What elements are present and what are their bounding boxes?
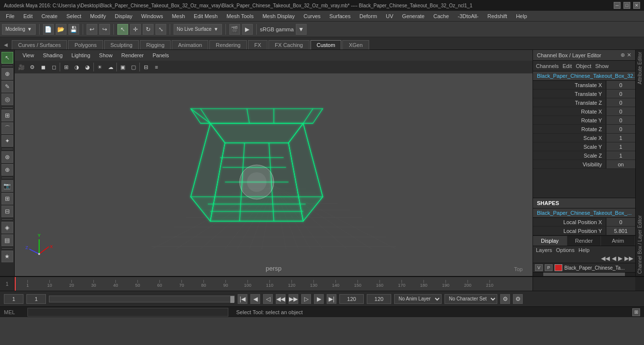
display-layer-btn[interactable]: ▤ [1,234,13,246]
channel-value[interactable]: on [606,160,635,168]
anim-layer-select[interactable]: No Anim Layer [394,294,442,304]
menu-item-generate[interactable]: Generate [398,12,428,20]
timeline-tick[interactable]: 90 [215,280,237,288]
timeline-tick[interactable]: 150 [347,280,369,288]
next-key-btn[interactable]: ▷ [301,294,311,304]
default-manipulator-btn[interactable]: ⊕ [1,164,13,176]
range-start-input[interactable] [339,294,364,304]
vp-menu-view[interactable]: View [19,51,38,59]
snap-to-point-btn[interactable]: ✦ [1,135,13,147]
range-handle[interactable] [230,296,234,303]
menu-item-curves[interactable]: Curves [300,12,325,20]
vp-btn1[interactable]: ◼ [38,62,48,72]
close-button[interactable]: ✕ [633,2,640,9]
wireframe-btn[interactable]: ⊞ [61,62,71,72]
channel-box-label[interactable]: Channel Box / Layer Editor [637,215,643,274]
vp-menu-lighting[interactable]: Lighting [67,51,94,59]
channel-value[interactable]: 0 [606,98,635,107]
timeline-tick[interactable]: 170 [391,280,413,288]
play-backward-btn[interactable]: ◀◀ [276,294,286,304]
menu-item-help[interactable]: Help [512,12,531,20]
zoom-in-btn[interactable]: ⊞ [1,193,13,205]
current-frame-input[interactable] [4,294,23,304]
timeline-tick[interactable]: 70 [171,280,193,288]
new-scene-btn[interactable]: 📄 [43,24,54,35]
range-bar[interactable] [49,296,235,302]
timeline-tick[interactable]: 160 [369,280,391,288]
vp-menu-shading[interactable]: Shading [39,51,67,59]
close-icon[interactable]: ✕ [627,52,631,58]
save-scene-btn[interactable]: 💾 [68,24,79,35]
timeline-tick[interactable]: 50 [127,280,149,288]
anim-prefs-btn[interactable]: ⚙ [513,294,523,304]
minimize-button[interactable]: ─ [614,2,621,9]
ch-menu-show[interactable]: Show [595,63,609,69]
timeline-track[interactable]: 1102030405060708090100110120130140150160… [15,277,533,291]
snap-to-grid-btn[interactable]: ⊞ [1,110,13,121]
menu-item-cache[interactable]: Cache [429,12,453,20]
resolution-gate-btn[interactable]: ▣ [118,62,128,72]
vp-menu-renderer[interactable]: Renderer [117,51,148,59]
menu-item-surfaces[interactable]: Surfaces [326,12,355,20]
shelf-tab-rigging[interactable]: Rigging [140,40,171,49]
isolate-select-btn[interactable]: ◈ [1,222,13,233]
channel-value[interactable]: 1 [606,142,635,151]
timeline-playhead[interactable] [15,277,16,291]
timeline-tick[interactable]: 180 [413,280,435,288]
layer-playback-btn[interactable]: P [545,264,553,271]
rotate-tool-btn[interactable]: ↻ [143,24,154,35]
char-set-select[interactable]: No Character Set [444,294,497,304]
layers-menu-layers[interactable]: Layers [536,247,552,253]
menu-item-uv[interactable]: UV [382,12,397,20]
prev-frame-btn[interactable]: ◀ [250,294,260,304]
layers-scrollbar[interactable] [533,272,635,276]
shelf-tab-custom[interactable]: Custom [311,40,342,49]
gamma-dropdown[interactable]: ▼ [296,24,307,35]
command-input[interactable] [27,308,228,317]
vp-menu-show[interactable]: Show [95,51,117,59]
timeline-tick[interactable]: 140 [325,280,347,288]
timeline-tick[interactable]: 20 [61,280,83,288]
timeline-tick[interactable]: 30 [83,280,105,288]
vp-btn2[interactable]: ◻ [49,62,59,72]
expand-icon[interactable]: ⊕ [621,52,625,58]
shadow-btn[interactable]: ☁ [106,62,115,72]
lighting-btn[interactable]: ☀ [95,62,105,72]
timeline-tick[interactable]: 80 [193,280,215,288]
snap-to-curve-btn[interactable]: ⌒ [1,122,13,134]
hud-btn[interactable]: ≡ [152,62,161,72]
menu-item-create[interactable]: Create [38,12,62,20]
maximize-button[interactable]: □ [623,2,630,9]
camera-tools-btn[interactable]: 📷 [1,180,13,192]
ch-menu-object[interactable]: Object [576,63,591,69]
feedback-icon[interactable]: ⊞ [632,308,640,316]
channel-value[interactable]: 0 [606,107,635,115]
play-forward-btn[interactable]: ▶▶ [289,294,298,304]
go-to-end-btn[interactable]: ▶| [327,294,336,304]
grid-btn[interactable]: ⊟ [141,62,151,72]
shelf-tab-sculpting[interactable]: Sculpting [104,40,139,49]
shape-channel-value[interactable]: 0 [606,218,635,226]
menu-item-edit-mesh[interactable]: Edit Mesh [190,12,222,20]
viewport[interactable]: ViewShadingLightingShowRendererPanels 🎥 … [15,50,533,276]
scale-tool-btn[interactable]: ⤡ [155,24,166,35]
timeline-tick[interactable]: 60 [149,280,171,288]
channel-value[interactable]: 0 [606,81,635,89]
layers-menu-options[interactable]: Options [556,247,575,253]
layer-color-swatch[interactable] [555,264,562,271]
paint-select-btn[interactable]: ✎ [1,81,13,92]
attribute-editor-label[interactable]: Attribute Editor [637,52,643,84]
camera-icon[interactable]: 🎥 [17,62,26,72]
menu-item-select[interactable]: Select [63,12,86,20]
menu-item-modify[interactable]: Modify [86,12,110,20]
move-tool-btn[interactable]: ✛ [130,24,141,35]
show-manipulator-btn[interactable]: ⊛ [1,151,13,163]
ch-menu-channels[interactable]: Channels [536,63,558,69]
channel-value[interactable]: 0 [606,125,635,133]
shelf-tab-fx[interactable]: FX [248,40,267,49]
channel-value[interactable]: 1 [606,151,635,160]
menu-item-mesh-display[interactable]: Mesh Display [259,12,299,20]
timeline-tick[interactable]: 1 [17,280,39,288]
char-set-btn[interactable]: ⚙ [500,294,510,304]
timeline-tick[interactable]: 190 [435,280,457,288]
